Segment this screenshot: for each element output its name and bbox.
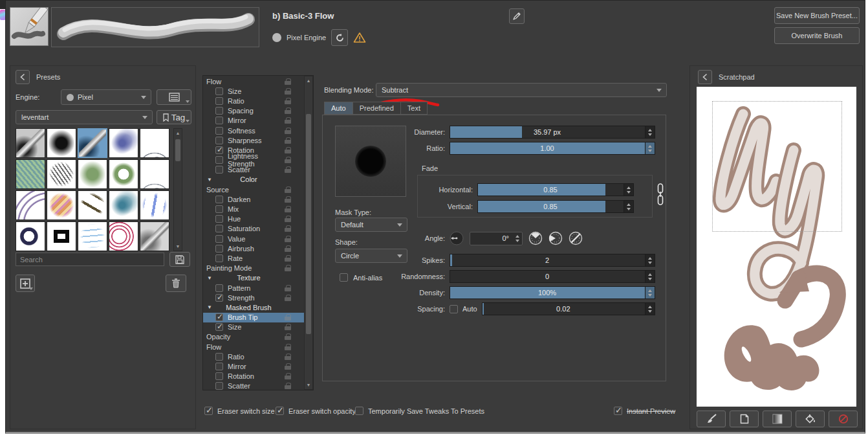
instant-preview-option[interactable]: Instant Preview [614,407,675,415]
ratio-spin-buttons[interactable] [645,142,655,154]
engine-select[interactable]: Pixel [61,89,151,105]
diameter-slider[interactable]: 35.97 px [450,126,655,139]
option-checkbox[interactable] [215,254,223,262]
option-spacing[interactable]: Spacing [203,106,304,116]
option-checkbox[interactable] [215,97,223,105]
lock-icon[interactable] [285,147,291,153]
lock-icon[interactable] [285,98,291,104]
eraser-switch-opacity-checkbox[interactable] [276,407,284,415]
option-pattern[interactable]: Pattern [203,283,304,293]
fuzzy-angle-option-icon[interactable] [548,231,563,245]
section-collapse-icon[interactable]: ▼ [207,304,212,310]
add-preset-button[interactable] [16,275,35,292]
mask-type-select[interactable]: Default [335,218,407,232]
option-checkbox[interactable] [215,196,223,203]
instant-preview-checkbox[interactable] [614,407,622,415]
preset-thumbnail-ink-pen-sketch[interactable] [16,128,45,158]
randomness-spin-buttons[interactable] [645,271,655,282]
spikes-slider[interactable]: 2 [450,254,655,267]
angle-spin-buttons[interactable] [512,232,522,245]
option-checkbox[interactable] [215,205,223,213]
scratchpad-clear-button[interactable] [829,411,858,427]
eraser-switch-size-checkbox[interactable] [204,407,213,415]
option-brush-tip[interactable]: Brush Tip [203,313,304,322]
save-new-brush-preset-button[interactable]: Save New Brush Preset... [774,7,860,24]
section-collapse-icon[interactable]: ▼ [207,177,212,183]
density-spin-buttons[interactable] [645,287,655,298]
option-hue[interactable]: Hue [203,214,304,224]
lock-icon[interactable] [285,157,291,163]
spacing-spin-buttons[interactable] [645,303,655,315]
preset-thumbnail-scribble-lightblue[interactable] [78,221,107,251]
option-checkbox[interactable] [215,215,223,223]
lock-icon[interactable] [285,225,291,232]
option-mirror[interactable]: Mirror [203,361,304,371]
lock-icon[interactable] [285,117,291,124]
preset-thumbnail-strokes-olive[interactable] [78,190,107,220]
lock-icon[interactable] [285,255,291,262]
temporarily-save-tweaks-option[interactable]: Temporarily Save Tweaks To Presets [355,407,484,415]
scroll-up-icon[interactable]: ▲ [174,129,182,137]
lock-icon[interactable] [285,344,291,350]
option-checkbox[interactable] [215,372,223,380]
collapse-scratchpad-button[interactable] [698,70,712,84]
anti-alias-checkbox[interactable] [340,273,348,282]
lock-icon[interactable] [285,216,291,222]
lock-icon[interactable] [285,285,291,291]
lock-icon[interactable] [285,236,291,242]
lock-icon[interactable] [285,333,291,340]
preset-thumbnail-soft-round-black[interactable] [47,128,76,158]
preset-thumbnail-square-black[interactable] [47,221,76,251]
option-checkbox[interactable] [215,117,223,124]
option-checkbox[interactable] [215,156,223,164]
lock-icon[interactable] [285,265,291,271]
preset-thumbnail-zigzag-orange-pink[interactable] [47,190,76,220]
link-fade-values-icon[interactable] [656,180,664,208]
preset-grid-scrollbar[interactable]: ▲ ▼ [173,128,182,251]
scratchpad-fill-gradient-button[interactable] [763,411,792,427]
option-lightness-strength[interactable]: Lightness Strength [203,155,304,165]
section-collapse-icon[interactable]: ▼ [207,275,212,281]
option-mix[interactable]: Mix [203,204,304,214]
option-softness[interactable]: Softness [203,126,304,135]
option-checkbox[interactable] [215,87,223,95]
spacing-auto-checkbox[interactable] [450,305,458,313]
option-checkbox[interactable] [215,146,223,154]
fade-horizontal-slider[interactable]: 0.85 [477,183,634,196]
lock-icon[interactable] [285,245,291,252]
scratchpad-fill-background-button[interactable] [796,411,825,427]
angle-spinbox[interactable]: 0° [470,232,523,245]
option-checkbox[interactable] [215,363,223,370]
preset-view-mode-button[interactable] [157,89,191,105]
lock-icon[interactable] [285,166,291,173]
preset-thumbnail-thin-arcs-purple[interactable] [16,190,45,220]
option-rate[interactable]: Rate [203,253,304,263]
preset-thumbnail-pen-sketch-selected[interactable] [78,128,107,158]
tag-button[interactable]: Tag [157,110,191,124]
scrollbar-thumb[interactable] [306,114,311,334]
option-checkbox[interactable] [215,323,223,331]
option-checkbox[interactable] [215,235,223,243]
option-scatter[interactable]: Scatter [203,381,304,391]
spacing-slider[interactable]: 0.02 [482,302,655,315]
option-checkbox[interactable] [215,353,223,361]
tab-predefined[interactable]: Predefined [353,102,401,115]
preset-thumbnail-pencil-gray[interactable] [140,221,169,251]
scratchpad-canvas[interactable] [697,87,856,407]
lock-icon[interactable] [285,196,291,203]
preset-thumbnail-dashes-blue[interactable] [140,190,169,220]
fade-vertical-spin-buttons[interactable] [624,201,633,212]
option-checkbox[interactable] [215,107,223,115]
eraser-switch-size-option[interactable]: Eraser switch size [204,407,275,415]
scroll-down-icon[interactable]: ▼ [305,381,312,389]
preset-thumbnail-doodle-circle-navy[interactable] [16,221,45,251]
options-scrollbar[interactable]: ▲ ▼ [304,76,313,390]
fade-vertical-slider[interactable]: 0.85 [477,200,634,213]
lock-icon[interactable] [285,78,291,85]
option-size[interactable]: Size [203,86,304,96]
option-checkbox[interactable] [215,294,223,302]
preset-thumbnail-bristle-splat-blue[interactable] [109,128,138,158]
option-mirror[interactable]: Mirror [203,116,304,126]
lock-icon[interactable] [285,295,291,301]
preset-thumbnail-lash-curve-gray[interactable] [140,128,169,158]
